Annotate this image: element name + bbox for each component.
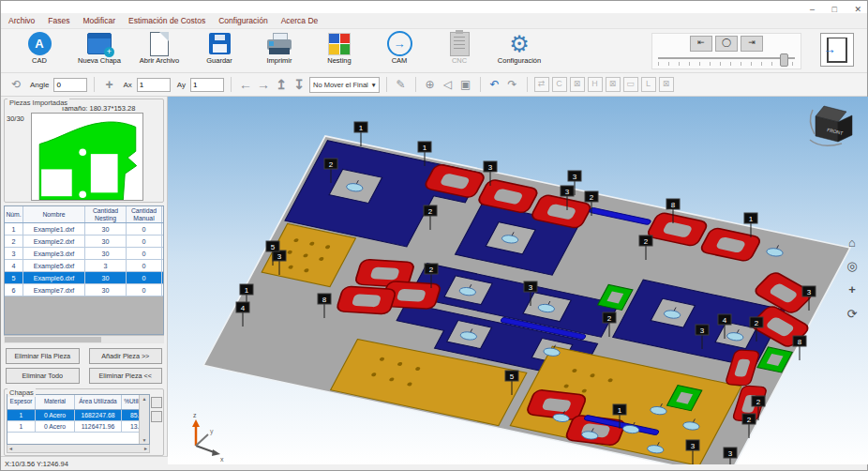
sequence-slider[interactable] — [656, 53, 797, 67]
parts-hscrollbar[interactable] — [4, 335, 164, 343]
anadir-pieza-button[interactable]: Añadir Pieza >> — [89, 348, 163, 364]
part-preview — [31, 113, 143, 201]
menu-estimacion-costos[interactable]: Estimación de Costos — [128, 16, 205, 25]
pencil-icon[interactable]: ✎ — [394, 78, 409, 91]
parts-table[interactable]: Núm. Nombre Cantidad Nesting Cantidad Ma… — [4, 205, 164, 335]
ax-input[interactable] — [137, 78, 171, 92]
rotate-icon[interactable]: ⟲ — [8, 78, 23, 91]
svg-text:z: z — [193, 412, 197, 418]
eliminar-fila-pieza-button[interactable]: Eliminar Fila Pieza — [6, 348, 80, 364]
undo-icon[interactable]: ↶ — [487, 78, 502, 91]
scroll-down-icon[interactable]: ▼ — [142, 436, 147, 444]
close-icon[interactable]: ✕ — [854, 5, 861, 14]
table-row[interactable]: 1Example1.dxf300 — [5, 223, 163, 236]
guardar-button[interactable]: Guardar — [190, 31, 248, 65]
step-first-button[interactable]: ⇤ — [690, 36, 712, 52]
part-preview-shape — [32, 114, 142, 200]
move-mode-dropdown[interactable]: No Mover el Final ▾ — [309, 77, 380, 93]
add-part-icon[interactable]: ⊕ — [423, 78, 438, 91]
move-left-icon[interactable]: ← — [238, 77, 253, 92]
cnc-icon — [450, 32, 470, 56]
ax-label: Ax — [123, 81, 131, 89]
viewport[interactable]: 113328122322831543234235183232 FRONT ⌂ ◎… — [168, 97, 868, 456]
svg-text:3: 3 — [691, 442, 696, 450]
redo-icon[interactable]: ↷ — [505, 78, 520, 91]
eliminar-pieza-button[interactable]: Eliminar Pieza << — [89, 368, 163, 384]
chapas-remove-button[interactable] — [151, 411, 162, 422]
svg-text:3: 3 — [573, 173, 577, 181]
svg-text:y: y — [210, 428, 214, 435]
cam-button[interactable]: → CAM — [370, 31, 428, 65]
nesting-3d-view[interactable]: 113328122322831543234235183232 FRONT ⌂ ◎… — [168, 97, 868, 464]
table-row[interactable]: 5Example6.dxf300 — [5, 272, 163, 284]
zoom-target-icon[interactable]: ◎ — [846, 259, 857, 273]
maximize-icon[interactable]: □ — [832, 5, 837, 14]
step-reset-button[interactable]: ◯ — [715, 36, 738, 52]
cnc-button: CNC — [430, 31, 488, 65]
table-row[interactable]: 4Example5.dxf30 — [5, 260, 163, 272]
ay-input[interactable] — [190, 78, 224, 92]
move-bottom-icon[interactable]: ↧ — [292, 77, 307, 92]
chapas-table-header: Espesor Material Área Utilizada %Utiliza… — [7, 395, 139, 410]
orbit-icon[interactable]: ⟳ — [847, 307, 858, 321]
eliminar-todo-button[interactable]: Eliminar Todo — [6, 368, 80, 384]
nueva-chapa-button[interactable]: Nueva Chapa — [70, 31, 128, 65]
count-label: 30/30 — [7, 113, 31, 201]
pan-icon[interactable]: + — [848, 282, 856, 296]
move-top-icon[interactable]: ↥ — [274, 77, 289, 92]
svg-text:2: 2 — [747, 416, 752, 424]
swap-icon: ⇄ — [534, 77, 549, 92]
titlebar: – □ ✕ — [1, 1, 867, 13]
menu-acerca-de[interactable]: Acerca De — [281, 16, 319, 25]
parts-buttons: Eliminar Fila Pieza Añadir Pieza >> Elim… — [4, 343, 164, 387]
move-right-icon[interactable]: → — [256, 77, 271, 92]
table-row[interactable]: 10 Acero1682247.6885.39 — [7, 410, 139, 421]
scroll-right-icon[interactable]: ► — [143, 446, 148, 451]
delete-box-icon: ⊠ — [570, 77, 585, 92]
nesting-button[interactable]: Nesting — [310, 31, 368, 65]
frame-icon[interactable]: ▣ — [458, 78, 473, 91]
move-icon[interactable]: + — [101, 77, 116, 92]
main-toolbar: A CAD Nueva Chapa Abrir Archivo Guardar … — [1, 29, 867, 73]
menu-fases[interactable]: Fases — [48, 16, 69, 25]
svg-text:3: 3 — [807, 288, 812, 296]
svg-text:8: 8 — [322, 296, 327, 304]
mirror-icon[interactable]: ◁ — [441, 78, 456, 91]
minimize-icon[interactable]: – — [810, 5, 815, 14]
svg-text:4: 4 — [241, 304, 246, 312]
svg-text:2: 2 — [429, 266, 434, 274]
table-row[interactable]: 10 Acero1126471.9613.41 — [7, 421, 139, 433]
slider-thumb[interactable] — [780, 53, 788, 67]
menu-configuracion[interactable]: Configuración — [218, 16, 267, 25]
abrir-archivo-button[interactable]: Abrir Archivo — [130, 31, 188, 65]
chapas-add-button[interactable] — [151, 397, 162, 408]
scroll-left-icon[interactable]: ◄ — [8, 446, 13, 451]
chapas-hscrollbar[interactable]: ◄ ► — [7, 445, 150, 453]
save-icon — [209, 33, 231, 54]
svg-text:8: 8 — [798, 338, 802, 346]
step-last-button[interactable]: ⇥ — [741, 36, 763, 52]
svg-text:1: 1 — [618, 406, 622, 415]
group-title: Piezas Importadas — [7, 99, 69, 107]
exit-button[interactable]: → — [820, 33, 854, 67]
chapas-vscrollbar[interactable]: ▲ ▼ — [139, 395, 149, 444]
chapas-title: Chapas — [7, 388, 36, 397]
table-row[interactable]: 6Example7.dxf300 — [5, 284, 163, 296]
table-row[interactable]: 2Example2.dxf300 — [5, 236, 163, 248]
svg-text:3: 3 — [565, 188, 570, 196]
scroll-up-icon[interactable]: ▲ — [142, 395, 147, 403]
configuracion-button[interactable]: ⚙ Configuración — [490, 31, 548, 65]
menu-modificar[interactable]: Modificar — [83, 16, 115, 25]
svg-text:3: 3 — [728, 449, 733, 458]
parts-table-header: Núm. Nombre Cantidad Nesting Cantidad Ma… — [5, 206, 163, 223]
table-row[interactable]: 3Example3.dxf300 — [5, 248, 163, 260]
edit-toolbar: ⟲ Angle + Ax Ay ← → ↥ ↧ No Mover el Fina… — [1, 73, 867, 97]
angle-input[interactable] — [53, 78, 87, 92]
cad-button[interactable]: A CAD — [10, 31, 68, 65]
cursor-coordinates: X:10/3.56 Y:1246.94 — [5, 460, 68, 468]
home-view-icon[interactable]: ⌂ — [848, 236, 856, 250]
imprimir-button[interactable]: Imprimir — [250, 31, 308, 65]
menu-archivo[interactable]: Archivo — [8, 16, 35, 25]
chapas-table[interactable]: Espesor Material Área Utilizada %Utiliza… — [7, 394, 150, 445]
svg-text:4: 4 — [723, 316, 727, 325]
